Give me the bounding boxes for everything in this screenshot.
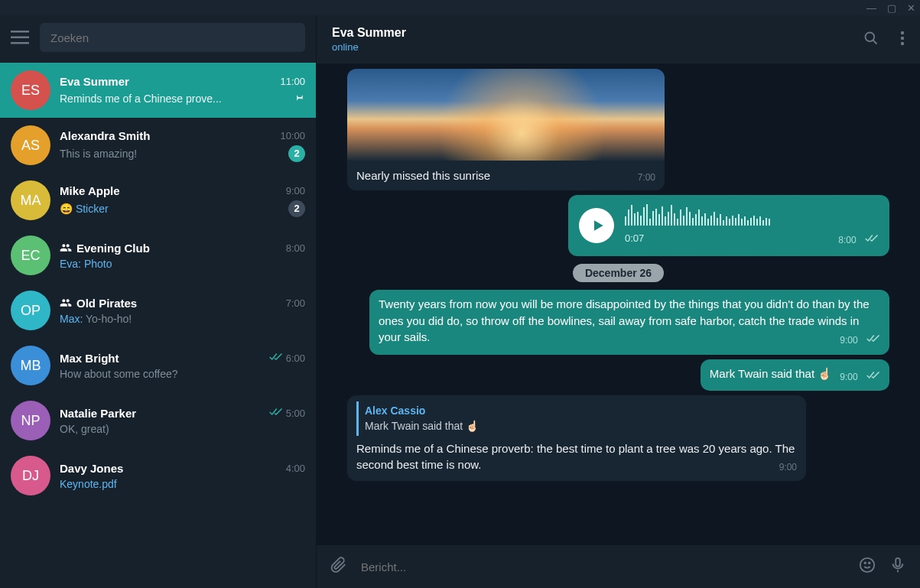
chat-item[interactable]: DJDavy Jones4:00Keynote.pdf <box>0 448 316 503</box>
message-time: 7:00 <box>638 171 655 184</box>
avatar: EC <box>11 236 50 275</box>
search-box[interactable] <box>40 23 305 52</box>
chat-time: 10:00 <box>280 130 305 141</box>
chat-name: Eva Summer <box>60 75 129 88</box>
reply-author: Alex Cassio <box>365 403 791 418</box>
chat-item[interactable]: MAMike Apple9:00😄 Sticker2 <box>0 173 316 228</box>
chat-preview: Eva: Photo <box>60 258 112 270</box>
avatar: ES <box>11 70 50 110</box>
chat-preview: How about some coffee? <box>60 368 178 380</box>
chat-name: Davy Jones <box>60 462 123 475</box>
chat-time: 6:00 <box>269 352 305 364</box>
chat-preview: 😄 Sticker <box>60 203 109 215</box>
svg-rect-11 <box>896 558 900 567</box>
read-check-icon <box>865 233 879 248</box>
svg-rect-1 <box>11 37 29 39</box>
reply-text: Mark Twain said that ☝🏻 <box>365 418 791 434</box>
read-check-icon <box>866 333 880 348</box>
message-time: 9:00 <box>840 333 880 348</box>
avatar: NP <box>11 401 50 440</box>
message-input-bar <box>317 545 920 588</box>
waveform[interactable] <box>625 203 879 226</box>
image-message[interactable]: Nearly missed this sunrise 7:00 <box>347 69 665 190</box>
message-text: Twenty years from now you will be more d… <box>379 297 870 344</box>
avatar: MA <box>11 180 50 220</box>
sidebar: ESEva Summer11:00Reminds me of a Chinese… <box>0 15 317 588</box>
chat-time: 7:00 <box>286 297 305 309</box>
svg-rect-0 <box>11 31 29 33</box>
chat-name: Alexandra Smith <box>60 129 150 142</box>
svg-line-4 <box>873 40 877 44</box>
message-time: 9:00 <box>779 461 797 474</box>
minimize-button[interactable]: — <box>866 2 876 14</box>
svg-point-9 <box>864 562 866 564</box>
chat-preview: Max: Yo-ho-ho! <box>60 313 132 325</box>
chat-list: ESEva Summer11:00Reminds me of a Chinese… <box>0 63 316 588</box>
unread-badge: 2 <box>288 200 305 217</box>
chat-time: 5:00 <box>269 408 305 419</box>
pin-icon <box>293 91 305 106</box>
chat-name: Old Pirates <box>60 297 137 310</box>
more-icon[interactable] <box>900 31 905 49</box>
svg-point-3 <box>866 32 875 41</box>
svg-point-10 <box>869 562 870 564</box>
message-time: 9:00 <box>840 370 880 385</box>
unread-badge: 2 <box>288 145 305 162</box>
outgoing-message[interactable]: Twenty years from now you will be more d… <box>369 290 889 355</box>
chat-item[interactable]: ASAlexandra Smith10:00This is amazing!2 <box>0 118 316 173</box>
avatar: OP <box>11 291 50 330</box>
svg-point-7 <box>901 41 904 44</box>
svg-point-5 <box>901 31 904 34</box>
svg-rect-2 <box>11 42 29 44</box>
play-button[interactable] <box>579 208 614 243</box>
menu-icon[interactable] <box>11 31 29 44</box>
chat-preview: This is amazing! <box>60 148 137 160</box>
microphone-icon[interactable] <box>889 557 906 577</box>
search-icon[interactable] <box>863 31 879 49</box>
chat-time: 9:00 <box>286 185 305 197</box>
svg-point-6 <box>901 36 904 39</box>
chat-name: Max Bright <box>60 352 119 365</box>
contact-status: online <box>332 41 863 53</box>
chat-header: Eva Summer online <box>317 15 920 64</box>
chat-preview: Keynote.pdf <box>60 478 117 490</box>
chat-name: Mike Apple <box>60 184 120 197</box>
avatar: MB <box>11 346 50 385</box>
voice-message[interactable]: 0:07 8:00 <box>568 195 889 255</box>
window-title-bar: — ▢ ✕ <box>0 0 920 15</box>
chat-preview: OK, great) <box>60 423 109 435</box>
chat-time: 8:00 <box>286 242 305 254</box>
incoming-message[interactable]: Alex Cassio Mark Twain said that ☝🏻 Remi… <box>347 395 806 481</box>
contact-name[interactable]: Eva Summer <box>332 26 863 40</box>
message-time: 8:00 <box>838 233 879 248</box>
message-input[interactable] <box>361 560 845 573</box>
main-pane: Eva Summer online Nearly missed this sun… <box>317 15 920 588</box>
avatar: AS <box>11 125 50 165</box>
search-input[interactable] <box>50 31 294 44</box>
chat-item[interactable]: MBMax Bright 6:00How about some coffee? <box>0 338 316 393</box>
messages-area[interactable]: Nearly missed this sunrise 7:00 0:07 8:0… <box>317 64 920 545</box>
image-caption: Nearly missed this sunrise <box>356 167 490 184</box>
chat-name: Evening Club <box>60 242 150 255</box>
date-separator: December 26 <box>573 264 664 282</box>
chat-preview: Reminds me of a Chinese prove... <box>60 93 222 105</box>
emoji-icon[interactable] <box>859 557 876 577</box>
attach-icon[interactable] <box>330 557 347 577</box>
chat-time: 11:00 <box>280 76 305 87</box>
chat-item[interactable]: NPNatalie Parker 5:00OK, great) <box>0 393 316 448</box>
avatar: DJ <box>11 456 50 495</box>
read-check-icon <box>866 370 880 385</box>
outgoing-message[interactable]: Mark Twain said that ☝🏻 9:00 <box>701 359 889 391</box>
chat-item[interactable]: EC Evening Club8:00Eva: Photo <box>0 228 316 283</box>
svg-point-8 <box>860 558 874 572</box>
message-text: Reminds me of a Chinese proverb: the bes… <box>356 442 795 472</box>
chat-name: Natalie Parker <box>60 407 136 420</box>
sunrise-image <box>347 69 665 161</box>
chat-item[interactable]: ESEva Summer11:00Reminds me of a Chinese… <box>0 63 316 118</box>
close-button[interactable]: ✕ <box>907 2 915 14</box>
message-text: Mark Twain said that ☝🏻 <box>710 367 832 380</box>
maximize-button[interactable]: ▢ <box>887 2 896 14</box>
chat-item[interactable]: OP Old Pirates7:00Max: Yo-ho-ho! <box>0 283 316 338</box>
voice-duration: 0:07 <box>625 232 644 246</box>
reply-reference[interactable]: Alex Cassio Mark Twain said that ☝🏻 <box>356 401 797 436</box>
